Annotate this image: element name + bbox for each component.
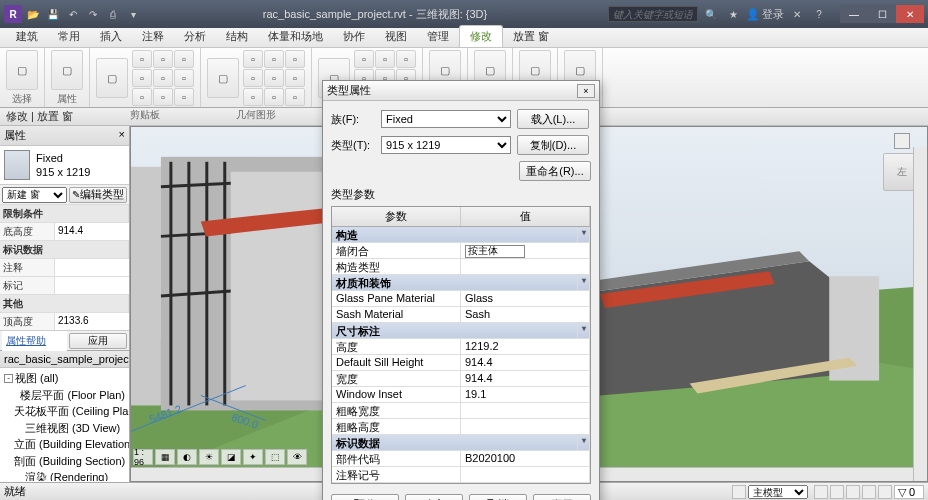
ribbon-button[interactable]: ▢ xyxy=(96,58,128,98)
ribbon-small-button[interactable]: ▫ xyxy=(132,88,152,106)
signin-button[interactable]: 👤登录 xyxy=(746,7,784,22)
ribbon-small-button[interactable]: ▫ xyxy=(285,50,305,68)
dialog-close-button[interactable]: × xyxy=(577,84,595,98)
ribbon-tab[interactable]: 协作 xyxy=(333,26,375,47)
param-value-input[interactable] xyxy=(465,245,525,258)
ribbon-tab[interactable]: 注释 xyxy=(132,26,174,47)
ribbon-small-button[interactable]: ▫ xyxy=(174,88,194,106)
app-logo[interactable]: R xyxy=(4,5,22,23)
qat-more-icon[interactable]: ▾ xyxy=(124,5,142,23)
crop-icon[interactable]: ⬚ xyxy=(265,449,285,465)
ribbon-small-button[interactable]: ▫ xyxy=(264,69,284,87)
favorite-icon[interactable]: ★ xyxy=(724,5,742,23)
ribbon-small-button[interactable]: ▫ xyxy=(285,88,305,106)
tree-item[interactable]: 剖面 (Building Section) xyxy=(4,453,125,470)
ribbon-small-button[interactable]: ▫ xyxy=(153,69,173,87)
ok-button[interactable]: 确定 xyxy=(405,494,463,500)
ribbon-tab[interactable]: 插入 xyxy=(90,26,132,47)
param-value[interactable] xyxy=(461,467,590,482)
apply-button[interactable]: 应用 xyxy=(69,333,127,349)
prop-value[interactable]: 2133.6 xyxy=(55,313,129,330)
load-button[interactable]: 载入(L)... xyxy=(517,109,589,129)
ribbon-small-button[interactable]: ▫ xyxy=(243,50,263,68)
ribbon-small-button[interactable]: ▫ xyxy=(264,50,284,68)
detail-level-icon[interactable]: ▦ xyxy=(155,449,175,465)
close-button[interactable]: ✕ xyxy=(896,5,924,23)
param-value[interactable] xyxy=(461,403,590,418)
ribbon-small-button[interactable]: ▫ xyxy=(132,69,152,87)
param-value[interactable] xyxy=(461,259,590,274)
type-select[interactable]: 915 x 1219 xyxy=(381,136,511,154)
prop-value[interactable] xyxy=(55,259,129,276)
shadows-icon[interactable]: ◪ xyxy=(221,449,241,465)
qat-save-icon[interactable]: 💾 xyxy=(44,5,62,23)
properties-help-link[interactable]: 属性帮助 xyxy=(2,331,67,351)
exchange-icon[interactable]: ✕ xyxy=(788,5,806,23)
maximize-button[interactable]: ☐ xyxy=(868,5,896,23)
help-search-input[interactable] xyxy=(608,6,698,22)
ribbon-small-button[interactable]: ▫ xyxy=(174,50,194,68)
model-filter-select[interactable]: 主模型 xyxy=(748,485,808,499)
ribbon-small-button[interactable]: ▫ xyxy=(243,88,263,106)
qat-redo-icon[interactable]: ↷ xyxy=(84,5,102,23)
param-value[interactable] xyxy=(461,243,590,258)
search-icon[interactable]: 🔍 xyxy=(702,5,720,23)
visual-style-icon[interactable]: ◐ xyxy=(177,449,197,465)
ribbon-small-button[interactable]: ▫ xyxy=(174,69,194,87)
ribbon-button[interactable]: ▢ xyxy=(51,50,83,90)
duplicate-button[interactable]: 复制(D)... xyxy=(517,135,589,155)
param-value[interactable]: B2020100 xyxy=(461,451,590,466)
vertical-scrollbar[interactable] xyxy=(913,147,927,481)
ribbon-tab[interactable]: 视图 xyxy=(375,26,417,47)
ribbon-tab[interactable]: 体量和场地 xyxy=(258,26,333,47)
prop-value[interactable]: 914.4 xyxy=(55,223,129,240)
ribbon-small-button[interactable]: ▫ xyxy=(354,50,374,68)
param-value[interactable]: Sash xyxy=(461,307,590,322)
ribbon-tab[interactable]: 分析 xyxy=(174,26,216,47)
ribbon-small-button[interactable]: ▫ xyxy=(285,69,305,87)
drag-icon[interactable] xyxy=(878,485,892,499)
ribbon-small-button[interactable]: ▫ xyxy=(132,50,152,68)
minimize-button[interactable]: — xyxy=(840,5,868,23)
ribbon-button[interactable]: ▢ xyxy=(6,50,38,90)
panel-close-icon[interactable]: × xyxy=(119,128,125,143)
ribbon-button[interactable]: ▢ xyxy=(207,58,239,98)
ribbon-small-button[interactable]: ▫ xyxy=(396,50,416,68)
tree-item[interactable]: 渲染 (Rendering) xyxy=(4,469,125,481)
param-value[interactable]: 914.4 xyxy=(461,371,590,386)
rendering-icon[interactable]: ✦ xyxy=(243,449,263,465)
sun-path-icon[interactable]: ☀ xyxy=(199,449,219,465)
qat-open-icon[interactable]: 📂 xyxy=(24,5,42,23)
select-pinned-icon[interactable] xyxy=(846,485,860,499)
tree-item[interactable]: 楼层平面 (Floor Plan) xyxy=(4,387,125,404)
edit-type-button[interactable]: ✎ 编辑类型 xyxy=(69,187,127,203)
param-value[interactable]: Glass xyxy=(461,291,590,306)
cancel-button[interactable]: 取消 xyxy=(469,494,527,500)
tree-item[interactable]: -视图 (all) xyxy=(4,370,125,387)
tree-item[interactable]: 三维视图 (3D View) xyxy=(4,420,125,437)
param-value[interactable]: 1219.2 xyxy=(461,339,590,354)
ribbon-small-button[interactable]: ▫ xyxy=(243,69,263,87)
ribbon-tab[interactable]: 结构 xyxy=(216,26,258,47)
hide-isolate-icon[interactable]: 👁 xyxy=(287,449,307,465)
param-value[interactable]: 914.4 xyxy=(461,355,590,370)
ribbon-small-button[interactable]: ▫ xyxy=(375,50,395,68)
param-value[interactable]: 19.1 xyxy=(461,387,590,402)
tree-item[interactable]: 立面 (Building Elevation) xyxy=(4,436,125,453)
dialog-apply-button[interactable]: 应用 xyxy=(533,494,591,500)
rename-button[interactable]: 重命名(R)... xyxy=(519,161,591,181)
ribbon-small-button[interactable]: ▫ xyxy=(153,50,173,68)
preview-button[interactable]: << 预览(P) xyxy=(331,494,399,500)
ribbon-small-button[interactable]: ▫ xyxy=(264,88,284,106)
family-select[interactable]: Fixed xyxy=(381,110,511,128)
select-face-icon[interactable] xyxy=(862,485,876,499)
tree-item[interactable]: 天花板平面 (Ceiling Plan) xyxy=(4,403,125,420)
ribbon-tab[interactable]: 建筑 xyxy=(6,26,48,47)
expand-icon[interactable]: - xyxy=(4,374,13,383)
home-view-icon[interactable] xyxy=(894,133,910,149)
help-icon[interactable]: ? xyxy=(810,5,828,23)
select-links-icon[interactable] xyxy=(814,485,828,499)
selection-filter[interactable]: 新建 窗 xyxy=(2,187,67,203)
ribbon-tab[interactable]: 放置 窗 xyxy=(503,26,559,47)
ribbon-small-button[interactable]: ▫ xyxy=(153,88,173,106)
